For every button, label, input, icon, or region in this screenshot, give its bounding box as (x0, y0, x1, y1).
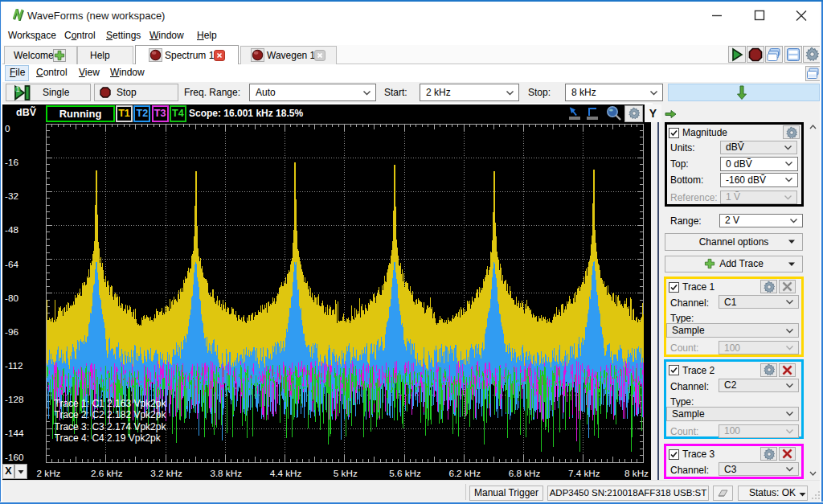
svg-text:7.4 kHz: 7.4 kHz (568, 468, 600, 478)
svg-text:Trace 3: C3 2.174 Vpk2pk: Trace 3: C3 2.174 Vpk2pk (55, 421, 167, 432)
svg-text:2 kHz: 2 kHz (37, 468, 61, 478)
svg-text:-96: -96 (5, 326, 18, 337)
svg-text:-16: -16 (5, 157, 18, 167)
svg-text:6.2 kHz: 6.2 kHz (448, 468, 481, 478)
svg-text:-160: -160 (5, 452, 24, 462)
svg-text:2.6 kHz: 2.6 kHz (91, 468, 123, 478)
svg-text:5.6 kHz: 5.6 kHz (389, 468, 421, 478)
svg-text:5 kHz: 5 kHz (334, 468, 358, 478)
svg-text:-80: -80 (5, 293, 18, 303)
svg-text:1: 1 (16, 85, 20, 93)
svg-text:-128: -128 (5, 394, 23, 404)
svg-text:6.8 kHz: 6.8 kHz (509, 468, 541, 478)
svg-text:Trace 4: C4 2.19 Vpk2pk: Trace 4: C4 2.19 Vpk2pk (55, 432, 162, 444)
svg-text:-48: -48 (5, 224, 18, 235)
svg-text:3.8 kHz: 3.8 kHz (210, 468, 242, 478)
svg-text:-144: -144 (5, 428, 24, 438)
svg-text:0: 0 (5, 123, 10, 133)
svg-text:-64: -64 (5, 259, 18, 269)
svg-text:-112: -112 (5, 360, 23, 371)
svg-text:8 kHz: 8 kHz (624, 468, 649, 478)
svg-text:Trace 1: C1 2.163 Vpk2pk: Trace 1: C1 2.163 Vpk2pk (55, 398, 167, 409)
svg-text:-32: -32 (5, 191, 18, 201)
svg-text:Trace 2: C2 2.182 Vpk2pk: Trace 2: C2 2.182 Vpk2pk (55, 409, 167, 420)
svg-text:3.2 kHz: 3.2 kHz (150, 468, 182, 478)
svg-text:4.4 kHz: 4.4 kHz (270, 468, 302, 478)
